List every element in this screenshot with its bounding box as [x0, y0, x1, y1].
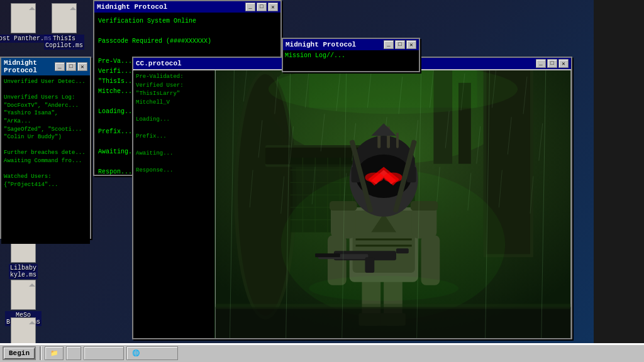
- system-icon: ⚙: [89, 349, 93, 357]
- desktop-icon-copilot[interactable]: ThisIsCopilot.ms: [44, 3, 84, 50]
- window-controls-mp2: _ □ ✕: [384, 40, 416, 49]
- text-line: Loading...: [136, 116, 212, 124]
- file-icon: [52, 3, 77, 33]
- maximize-button-cc[interactable]: □: [547, 59, 557, 68]
- taskbar-back-button[interactable]: ↩: [66, 346, 81, 360]
- minimize-button[interactable]: _: [55, 62, 65, 71]
- text-line: "Colin Ur Buddy"): [4, 133, 87, 141]
- minimize-button-cc[interactable]: _: [536, 59, 546, 68]
- game-scene: [215, 70, 571, 338]
- text-line: Watched Users: {"Pr0ject414"...: [4, 173, 87, 189]
- svg-point-80: [384, 172, 402, 182]
- text-line: "ThisIsLarry": [136, 90, 212, 99]
- desktop-icon-panther[interactable]: Lost Panther.ms: [3, 3, 43, 43]
- taskbar-divider: [40, 346, 41, 360]
- text-line: Verified User:: [136, 82, 212, 90]
- titlebar-midnight-left[interactable]: Midnight Protocol _ □ ✕: [1, 58, 90, 75]
- text-line: Mission Log//...: [285, 52, 417, 59]
- svg-rect-61: [356, 244, 412, 246]
- window-cc-protocol: CC.protocol _ □ ✕ Pre-Validated: Verifie…: [132, 57, 572, 339]
- svg-rect-65: [411, 201, 438, 211]
- svg-point-91: [309, 276, 458, 301]
- begin-label: Begin: [9, 349, 30, 357]
- icon-label-copilot: ThisIsCopilot.ms: [44, 35, 84, 50]
- close-button-cc[interactable]: ✕: [558, 59, 569, 68]
- text-line: "Yashiro Isana", "ArKa...: [4, 109, 87, 125]
- title-midnight-left: Midnight Protocol: [4, 59, 55, 74]
- system-label: System: [96, 350, 118, 357]
- titlebar-main[interactable]: Midnight Protocol _ □ ✕: [94, 1, 280, 13]
- folder-icon: 📁: [50, 349, 58, 357]
- maximize-button[interactable]: □: [66, 62, 76, 71]
- window-controls-cc: _ □ ✕: [536, 59, 569, 68]
- svg-rect-71: [315, 253, 340, 257]
- text-line: Awaiting...: [136, 150, 212, 158]
- svg-rect-72: [365, 257, 374, 273]
- maximize-button-mp2[interactable]: □: [395, 40, 405, 49]
- internet-label: Internet: [142, 350, 172, 357]
- taskbar-folder-button[interactable]: 📁: [45, 346, 64, 360]
- text-line: Response...: [136, 167, 212, 175]
- text-line: Mitchell_V: [136, 99, 212, 107]
- begin-button[interactable]: Begin: [3, 346, 36, 360]
- svg-rect-90: [216, 304, 571, 309]
- minimize-button-mp2[interactable]: _: [384, 40, 394, 49]
- maximize-button-main[interactable]: □: [257, 3, 267, 11]
- cc-info-panel: Pre-Validated: Verified User: "ThisIsLar…: [133, 70, 215, 338]
- title-main: Midnight Protocol: [97, 3, 167, 11]
- taskbar-internet-button[interactable]: 🌐 Internet: [126, 346, 178, 360]
- titlebar-midnight2[interactable]: Midnight Protocol _ □ ✕: [283, 39, 419, 50]
- minimize-button-main[interactable]: _: [245, 3, 255, 11]
- right-panel: [594, 0, 644, 343]
- text-line: Passcode Required (####XXXXXX): [98, 36, 277, 47]
- text-line: "DocFoxTV", "Anderc...: [4, 102, 87, 110]
- back-icon: ↩: [72, 349, 75, 357]
- text-line: Further breaches dete...: [4, 149, 87, 157]
- window-controls: _ □ ✕: [55, 62, 87, 71]
- svg-rect-83: [396, 133, 399, 148]
- svg-rect-89: [216, 307, 571, 338]
- window-midnight-left: Midnight Protocol _ □ ✕ Unverified User …: [0, 57, 91, 239]
- close-button-mp2[interactable]: ✕: [406, 40, 416, 49]
- close-button[interactable]: ✕: [77, 62, 87, 71]
- window-controls-main: _ □ ✕: [245, 3, 278, 11]
- title-cc: CC.protocol: [136, 60, 182, 67]
- text-line: Verification System Online: [98, 16, 277, 26]
- content-midnight-left: Unverified User Detec... Unverified User…: [1, 75, 90, 244]
- content-mp2: Mission Log//...: [283, 50, 419, 71]
- taskbar-system-button[interactable]: ⚙ System: [84, 346, 124, 360]
- svg-point-3: [238, 74, 292, 315]
- close-button-main[interactable]: ✕: [268, 3, 278, 11]
- text-line: "SageOfZed", "Scooti...: [4, 126, 87, 134]
- svg-rect-63: [330, 201, 357, 211]
- svg-rect-67: [421, 236, 440, 285]
- icon-label-lilbaby: Lilbabykyle.ms: [9, 264, 38, 279]
- svg-point-79: [365, 172, 384, 182]
- svg-rect-70: [396, 248, 409, 253]
- text-line: Pre-Validated:: [136, 73, 212, 82]
- game-scene-svg: [215, 70, 571, 338]
- file-icon: [11, 3, 36, 33]
- text-line: Unverified User Detec...: [4, 78, 87, 86]
- window-midnight2: Midnight Protocol _ □ ✕ Mission Log//...: [282, 38, 420, 72]
- text-line: Awaiting Command fro...: [4, 157, 87, 165]
- taskbar: Begin 📁 ↩ ⚙ System 🌐 Internet: [0, 343, 644, 362]
- text-line: Unverified Users Log:: [4, 94, 87, 102]
- file-icon: [11, 280, 36, 310]
- desktop: Lost Panther.ms ThisIsCopilot.ms unnoya.…: [0, 0, 644, 362]
- title-midnight2: Midnight Protocol: [286, 41, 356, 48]
- internet-icon: 🌐: [132, 349, 140, 357]
- text-line: Prefix...: [136, 133, 212, 141]
- svg-rect-60: [356, 238, 412, 240]
